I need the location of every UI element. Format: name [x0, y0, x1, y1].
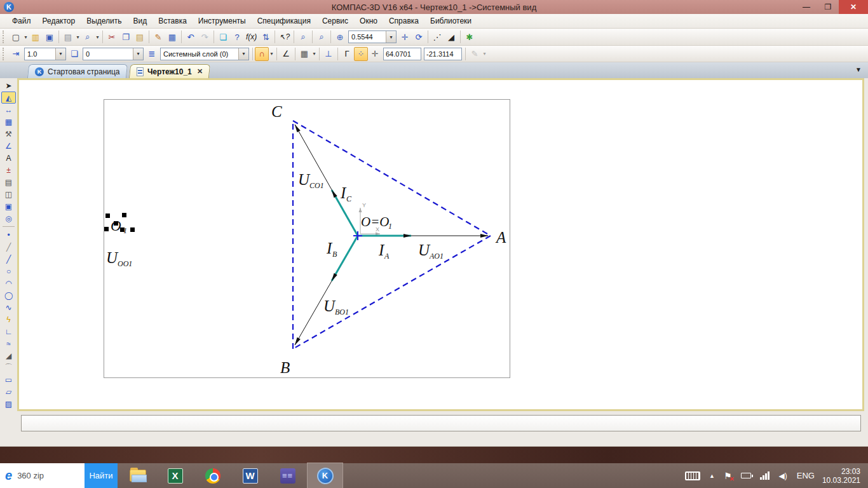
clock[interactable]: 23:03 10.03.2021	[822, 467, 860, 485]
print-icon[interactable]: ▤	[61, 30, 75, 44]
menu-item[interactable]: Вставка	[153, 15, 193, 27]
menu-item[interactable]: Окно	[354, 15, 383, 27]
battery-icon[interactable]	[741, 473, 751, 478]
zoom-combo[interactable]: 0.5544 ▾	[348, 30, 397, 43]
ortho-mode-icon[interactable]: Г	[340, 47, 354, 61]
toolbar-separator[interactable]	[460, 30, 461, 43]
dimensions-tools-icon[interactable]: ↔	[1, 104, 16, 116]
grid-dropdown[interactable]: ▾	[311, 47, 317, 61]
context-help-icon[interactable]: ↖?	[277, 30, 292, 44]
network-signal-icon[interactable]	[760, 471, 770, 480]
cursor-step-combo[interactable]: 1.0 ▾	[24, 48, 66, 60]
toolbar-separator[interactable]	[294, 30, 294, 43]
renumber-icon[interactable]: ⇅	[259, 30, 273, 44]
chevron-down-icon[interactable]: ▾	[133, 48, 143, 60]
toolbar-separator[interactable]	[214, 30, 214, 43]
snap-magnet-icon[interactable]: ∩	[255, 47, 269, 61]
hatch-tool-icon[interactable]: ▨	[1, 398, 16, 410]
copy-icon[interactable]: ❐	[119, 30, 133, 44]
redo-icon[interactable]: ↷	[198, 30, 212, 44]
menu-item[interactable]: Файл	[6, 15, 37, 27]
local-cs-icon[interactable]: ⊥	[322, 47, 336, 61]
selection-tools-icon[interactable]: ±	[1, 164, 16, 176]
selected-o1-text[interactable]: O	[111, 218, 121, 234]
toolbar-separator[interactable]	[181, 30, 182, 43]
menu-item[interactable]: Сервис	[316, 15, 354, 27]
specification-tools-icon[interactable]: ▤	[1, 176, 16, 188]
fillet-tool-icon[interactable]: ⌒	[1, 362, 16, 374]
chevron-down-icon[interactable]: ▾	[238, 48, 248, 60]
cursor-step-icon[interactable]: ⇥	[9, 47, 23, 61]
parametrization-tools-icon[interactable]: ∠	[1, 140, 16, 152]
halftone-icon[interactable]: ◢	[444, 30, 458, 44]
toolbar-separator[interactable]	[295, 48, 295, 60]
undo-icon[interactable]: ↶	[184, 30, 198, 44]
new-window-icon[interactable]: ❏	[216, 30, 230, 44]
arc-tool-icon[interactable]: ◠	[1, 277, 16, 289]
reports-tools-icon[interactable]: ◫	[1, 188, 16, 200]
copy-layer-icon[interactable]: ❏	[67, 47, 81, 61]
snap-style-icon[interactable]: ⋰	[430, 30, 444, 44]
toolbar-separator[interactable]	[319, 48, 320, 60]
preview-icon[interactable]: ⌕	[81, 30, 95, 44]
layer-name-combo[interactable]: Системный слой (0) ▾	[160, 48, 249, 60]
layer-number-combo[interactable]: 0 ▾	[83, 48, 144, 60]
lightning-tool-icon[interactable]: ϟ	[1, 313, 16, 325]
ellipse-tool-icon[interactable]: ◯	[1, 289, 16, 301]
phantom-dropdown[interactable]: ▾	[482, 47, 487, 61]
open-document-icon[interactable]: ▥	[29, 30, 43, 44]
toolbar-grip[interactable]	[3, 30, 7, 43]
toolbar-separator[interactable]	[337, 48, 338, 60]
point-snap-icon[interactable]: ⁘	[354, 47, 368, 61]
find-button[interactable]: Найти	[85, 463, 118, 488]
zoom-by-page-icon[interactable]: ⌕	[296, 30, 310, 44]
geometry-tools-icon[interactable]: ◭	[1, 92, 16, 104]
taskbar-app-file-explorer[interactable]	[120, 463, 155, 488]
macro-tools-icon[interactable]: ◎	[1, 212, 16, 224]
segment-tool-icon[interactable]: ╱	[1, 253, 16, 265]
format-brush-icon[interactable]: ✎	[151, 30, 165, 44]
restore-button[interactable]: ❐	[817, 0, 839, 14]
refresh-view-icon[interactable]: ⟳	[412, 30, 426, 44]
new-document-icon[interactable]: ▢	[9, 30, 23, 44]
tab-close-icon[interactable]: ✕	[196, 67, 202, 76]
tab-drawing[interactable]: Чертеж10_1 ✕	[128, 64, 210, 78]
menu-item[interactable]: Инструменты	[193, 15, 252, 27]
taskbar-app-excel[interactable]: X	[158, 463, 193, 488]
tab-start-page[interactable]: K Стартовая страница	[27, 64, 128, 78]
toolbar-separator[interactable]	[465, 48, 466, 60]
menu-item[interactable]: Вид	[128, 15, 153, 27]
coordinate-y-input[interactable]: -21.3114	[424, 48, 462, 60]
save-icon[interactable]: ▣	[43, 30, 57, 44]
close-button[interactable]: ✕	[839, 0, 868, 14]
bezier-tool-icon[interactable]: ≈	[1, 337, 16, 349]
chevron-down-icon[interactable]: ▾	[386, 31, 396, 43]
designations-tools-icon[interactable]: ▦	[1, 116, 16, 128]
snap-magnet-dropdown[interactable]: ▾	[269, 47, 275, 61]
properties-icon[interactable]: ▦	[165, 30, 179, 44]
circle-tool-icon[interactable]: ○	[1, 265, 16, 277]
tab-list-dropdown-icon[interactable]: ▼	[855, 66, 862, 73]
toolbar-separator[interactable]	[276, 48, 277, 60]
pan-icon[interactable]: ✛	[398, 30, 412, 44]
toolbar-separator[interactable]	[102, 30, 103, 43]
zoom-by-area-icon[interactable]: ⌕	[315, 30, 329, 44]
chamfer-tool-icon[interactable]: ◢	[1, 349, 16, 362]
keyboard-icon[interactable]	[685, 471, 700, 480]
message-bar[interactable]	[21, 415, 861, 431]
menu-item[interactable]: Справка	[383, 15, 424, 27]
toolbar-separator[interactable]	[58, 30, 59, 43]
menu-item[interactable]: Редактор	[37, 15, 81, 27]
editing-tools-icon[interactable]: ⚒	[1, 128, 16, 140]
insertions-tools-icon[interactable]: ▣	[1, 200, 16, 212]
selection-arrow-icon[interactable]: ➤	[1, 79, 16, 92]
toolbar-separator[interactable]	[252, 48, 253, 60]
phantom-icon[interactable]: ✎	[468, 47, 482, 61]
fx-icon[interactable]: f(x)	[244, 30, 259, 44]
grid-icon[interactable]: ▦	[297, 47, 311, 61]
toolbar-separator[interactable]	[330, 30, 331, 43]
drawing-canvas[interactable]: Y X C A B O=O	[17, 78, 864, 411]
toolbar-grip[interactable]	[3, 48, 7, 60]
cut-icon[interactable]: ✂	[105, 30, 119, 44]
selected-o1-sub[interactable]: 1	[123, 226, 127, 235]
